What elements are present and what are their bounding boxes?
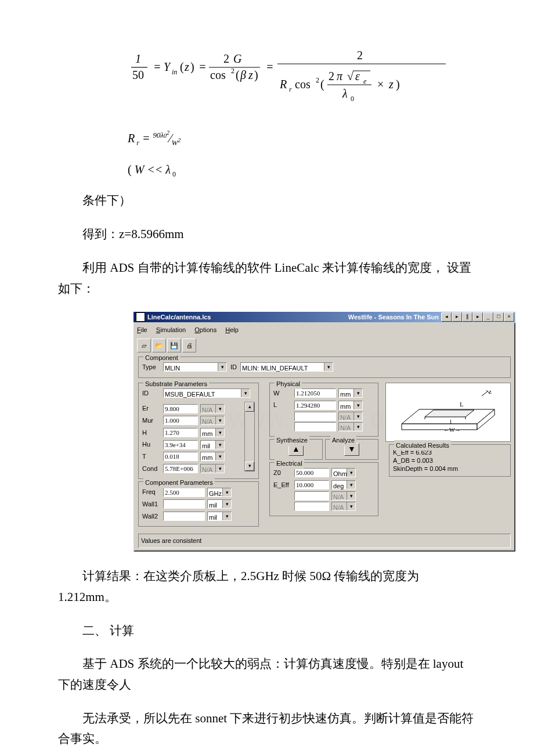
param-row: MurN/A — [142, 415, 244, 426]
eq-rr: R r = 90λ02⁄W2 — [128, 128, 476, 149]
param-unit[interactable]: mm — [338, 401, 363, 410]
component-legend: Component — [143, 352, 180, 363]
param-unit[interactable]: deg — [331, 480, 356, 489]
param-row: Wall1mil — [142, 499, 255, 510]
param-input[interactable] — [294, 502, 329, 511]
menu-sim[interactable]: Simulation — [156, 326, 186, 333]
svg-text:R: R — [279, 78, 287, 91]
svg-text:(: ( — [320, 78, 324, 91]
param-input[interactable] — [163, 428, 198, 437]
sub-id-select[interactable]: MSUB_DEFAULT — [163, 388, 250, 398]
open-icon[interactable]: 📂 — [152, 339, 166, 352]
param-input[interactable] — [294, 412, 336, 421]
result-line: SkinDepth = 0.004 mm — [393, 465, 507, 473]
param-unit[interactable]: mil — [207, 512, 232, 521]
svg-text:z: z — [184, 60, 189, 73]
result-line: A_DB = 0.003 — [393, 456, 507, 465]
print-icon[interactable]: 🖨 — [182, 339, 196, 352]
param-unit: N/A — [331, 502, 356, 511]
type-select[interactable]: MLIN — [163, 362, 227, 372]
param-input[interactable] — [294, 401, 336, 410]
svg-text:2: 2 — [231, 67, 234, 75]
param-unit[interactable]: mm — [200, 428, 225, 437]
param-input[interactable] — [163, 452, 198, 461]
svg-text:in: in — [172, 68, 177, 76]
param-unit[interactable]: mm — [200, 452, 225, 461]
id-select[interactable]: MLIN: MLIN_DEFAULT — [240, 362, 333, 372]
svg-text:): ) — [190, 60, 194, 74]
param-row: N/A — [273, 491, 374, 501]
svg-text:0: 0 — [351, 95, 354, 103]
param-input[interactable] — [294, 480, 329, 489]
close-btn[interactable]: × — [504, 312, 514, 322]
svg-text:=: = — [199, 60, 207, 73]
compparams-legend: Component Parameters — [143, 477, 215, 488]
new-icon[interactable]: ▱ — [137, 339, 151, 352]
menu-file[interactable]: File — [137, 326, 147, 333]
svg-text:z: z — [388, 78, 394, 91]
param-row: FreqGHz — [142, 487, 255, 498]
svg-text:=: = — [266, 60, 274, 73]
svg-text:): ) — [396, 78, 400, 91]
next-btn[interactable]: ▸ — [472, 312, 483, 322]
param-row: Z0Ohm — [273, 467, 374, 478]
min-btn[interactable]: _ — [483, 312, 493, 322]
electrical-legend: Electrical — [275, 458, 304, 469]
param-input[interactable] — [163, 416, 198, 425]
param-name: Cond — [142, 463, 163, 474]
physical-legend: Physical — [275, 379, 302, 390]
svg-text:r: r — [289, 85, 292, 93]
max-btn[interactable]: □ — [493, 312, 504, 322]
play-btn[interactable]: ▸ — [452, 312, 462, 322]
type-label: Type — [142, 362, 163, 373]
param-unit: N/A — [200, 416, 225, 425]
param-input[interactable] — [163, 512, 205, 521]
param-input[interactable] — [163, 404, 198, 413]
param-input[interactable] — [294, 422, 336, 431]
param-unit[interactable]: mil — [200, 440, 225, 449]
param-unit: N/A — [200, 464, 225, 473]
param-unit[interactable]: GHz — [207, 488, 232, 497]
param-row: Humil — [142, 439, 244, 450]
param-input[interactable] — [294, 468, 329, 477]
menu-help[interactable]: Help — [225, 326, 239, 333]
param-name: Wall1 — [142, 499, 163, 510]
menu-opt[interactable]: Options — [194, 326, 217, 333]
param-row: N/A — [273, 502, 374, 511]
substrate-legend: Substrate Parameters — [143, 379, 209, 390]
param-row: Tmm — [142, 451, 244, 462]
svg-text:π: π — [337, 70, 343, 82]
param-input[interactable] — [294, 388, 336, 398]
param-unit[interactable]: Ohm — [331, 468, 356, 477]
svg-text:2: 2 — [223, 52, 229, 65]
svg-text:): ) — [254, 69, 258, 82]
menubar: File Simulation Options Help — [135, 323, 514, 337]
param-input[interactable] — [294, 491, 329, 501]
param-unit[interactable]: mm — [338, 388, 363, 398]
param-input[interactable] — [163, 499, 205, 509]
param-input[interactable] — [163, 488, 205, 497]
svg-text:λ: λ — [342, 87, 348, 100]
analyze-group: Analyze ▼ — [325, 439, 378, 460]
svg-text:ε: ε — [355, 70, 360, 82]
app-icon — [136, 312, 145, 322]
param-row: CondN/A — [142, 463, 244, 474]
pause-btn[interactable]: ‖ — [462, 312, 472, 322]
prev-btn[interactable]: ◂ — [441, 312, 452, 322]
param-name: L — [273, 399, 294, 411]
param-name: E_Eff — [273, 480, 294, 491]
save-icon[interactable]: 💾 — [167, 339, 181, 352]
svg-text:z: z — [248, 69, 253, 81]
song-title: Westlife - Seasons In The Sun — [348, 312, 439, 323]
param-unit[interactable]: mil — [207, 499, 232, 509]
param-input[interactable] — [163, 464, 198, 473]
svg-text:←W→: ←W→ — [443, 427, 460, 433]
substrate-scrollbar[interactable]: ▴▾ — [244, 402, 255, 471]
svg-text:×: × — [377, 78, 384, 91]
param-name: H — [142, 427, 163, 438]
param-row: N/A — [273, 422, 374, 431]
param-row: Wmm — [273, 388, 374, 399]
id-label: ID — [230, 362, 237, 373]
svg-text:1: 1 — [449, 419, 452, 425]
param-input[interactable] — [163, 440, 198, 449]
